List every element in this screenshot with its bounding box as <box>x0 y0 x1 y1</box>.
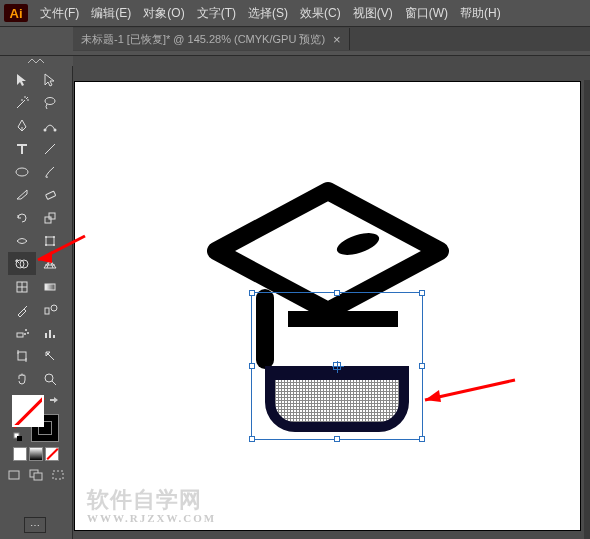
menu-type[interactable]: 文字(T) <box>191 5 242 22</box>
direct-selection-tool[interactable] <box>36 68 64 91</box>
line-segment-tool[interactable] <box>36 137 64 160</box>
document-tab-bar: 未标题-1 [已恢复]* @ 145.28% (CMYK/GPU 预览) × <box>73 27 590 51</box>
eraser-tool[interactable] <box>36 183 64 206</box>
watermark-sub: WWW.RJZXW.COM <box>87 512 216 524</box>
blend-tool[interactable] <box>36 298 64 321</box>
svg-point-24 <box>24 333 26 335</box>
paintbrush-tool[interactable] <box>36 160 64 183</box>
svg-point-20 <box>51 305 57 311</box>
svg-rect-34 <box>17 436 22 441</box>
menu-select[interactable]: 选择(S) <box>242 5 294 22</box>
app-logo: Ai <box>4 4 28 22</box>
svg-rect-5 <box>46 191 56 199</box>
color-mode-solid[interactable] <box>13 447 27 461</box>
svg-point-4 <box>16 168 28 176</box>
svg-rect-19 <box>45 308 49 314</box>
mesh-tool[interactable] <box>8 275 36 298</box>
pen-tool[interactable] <box>8 114 36 137</box>
magic-wand-tool[interactable] <box>8 91 36 114</box>
svg-line-3 <box>45 144 55 154</box>
svg-rect-8 <box>46 237 54 245</box>
screen-mode-row <box>3 466 69 484</box>
svg-point-23 <box>27 332 29 334</box>
free-transform-tool[interactable] <box>36 229 64 252</box>
close-icon[interactable]: × <box>333 32 341 47</box>
tools-grid <box>8 66 64 392</box>
swap-fill-stroke-icon[interactable] <box>49 396 59 406</box>
svg-rect-37 <box>34 473 42 480</box>
svg-point-0 <box>45 97 55 104</box>
menu-bar: Ai 文件(F) 编辑(E) 对象(O) 文字(T) 选择(S) 效果(C) 视… <box>0 0 590 26</box>
edit-toolbar-button[interactable]: ⋯ <box>24 517 46 533</box>
selection-tool[interactable] <box>8 68 36 91</box>
svg-point-11 <box>45 244 47 246</box>
panel-collapse-toggle[interactable] <box>0 56 73 66</box>
shaper-tool[interactable] <box>8 183 36 206</box>
menu-edit[interactable]: 编辑(E) <box>85 5 137 22</box>
hand-tool[interactable] <box>8 367 36 390</box>
svg-point-22 <box>25 329 27 331</box>
tool-panel: ⋯ <box>0 56 73 539</box>
column-graph-tool[interactable] <box>36 321 64 344</box>
menu-object[interactable]: 对象(O) <box>137 5 190 22</box>
svg-rect-7 <box>49 213 55 219</box>
draw-behind[interactable] <box>26 467 46 483</box>
svg-point-31 <box>45 374 53 382</box>
artboard[interactable]: 软件自学网 WWW.RJZXW.COM <box>75 82 580 530</box>
color-mode-gradient[interactable] <box>29 447 43 461</box>
svg-point-9 <box>45 236 47 238</box>
lasso-tool[interactable] <box>36 91 64 114</box>
svg-point-10 <box>53 236 55 238</box>
perspective-grid-tool[interactable] <box>36 252 64 275</box>
default-fill-stroke-icon[interactable] <box>13 432 23 442</box>
menu-view[interactable]: 视图(V) <box>347 5 399 22</box>
color-mode-none[interactable] <box>45 447 59 461</box>
svg-rect-18 <box>45 284 55 290</box>
eyedropper-tool[interactable] <box>8 298 36 321</box>
vertical-scrollbar[interactable] <box>584 80 590 539</box>
svg-rect-6 <box>45 217 51 223</box>
options-bar: 未标题-1 [已恢复]* @ 145.28% (CMYK/GPU 预览) × <box>0 26 590 56</box>
menu-help[interactable]: 帮助(H) <box>454 5 507 22</box>
selection-center-icon <box>333 362 341 370</box>
svg-point-2 <box>54 128 57 131</box>
document-tab-title: 未标题-1 [已恢复]* @ 145.28% (CMYK/GPU 预览) <box>81 32 325 47</box>
svg-rect-25 <box>45 333 47 338</box>
watermark: 软件自学网 WWW.RJZXW.COM <box>87 488 216 524</box>
svg-rect-26 <box>49 330 51 338</box>
draw-normal[interactable] <box>4 467 24 483</box>
color-controls <box>3 396 69 484</box>
zoom-tool[interactable] <box>36 367 64 390</box>
svg-rect-38 <box>53 471 63 479</box>
menu-effect[interactable]: 效果(C) <box>294 5 347 22</box>
svg-point-1 <box>44 128 47 131</box>
rectangle-tool[interactable] <box>8 160 36 183</box>
svg-rect-28 <box>18 352 26 360</box>
type-tool[interactable] <box>8 137 36 160</box>
svg-point-40 <box>334 229 381 260</box>
shape-builder-tool[interactable] <box>8 252 36 275</box>
curvature-tool[interactable] <box>36 114 64 137</box>
menu-window[interactable]: 窗口(W) <box>399 5 454 22</box>
artboard-tool[interactable] <box>8 344 36 367</box>
svg-line-32 <box>52 381 56 385</box>
symbol-sprayer-tool[interactable] <box>8 321 36 344</box>
draw-inside[interactable] <box>48 467 68 483</box>
menu-file[interactable]: 文件(F) <box>34 5 85 22</box>
slice-tool[interactable] <box>36 344 64 367</box>
width-tool[interactable] <box>8 229 36 252</box>
fill-stroke-swatch[interactable] <box>13 396 59 442</box>
document-tab[interactable]: 未标题-1 [已恢复]* @ 145.28% (CMYK/GPU 预览) × <box>73 28 350 50</box>
watermark-main: 软件自学网 <box>87 488 216 512</box>
scale-tool[interactable] <box>36 206 64 229</box>
gradient-tool[interactable] <box>36 275 64 298</box>
color-mode-row <box>12 446 60 462</box>
canvas-area[interactable]: 软件自学网 WWW.RJZXW.COM <box>73 80 590 539</box>
svg-rect-27 <box>53 335 55 338</box>
svg-rect-21 <box>17 333 23 337</box>
svg-point-12 <box>53 244 55 246</box>
selection-bounding-box[interactable] <box>251 292 423 440</box>
svg-rect-35 <box>9 471 19 479</box>
rotate-tool[interactable] <box>8 206 36 229</box>
fill-swatch[interactable] <box>13 396 43 426</box>
